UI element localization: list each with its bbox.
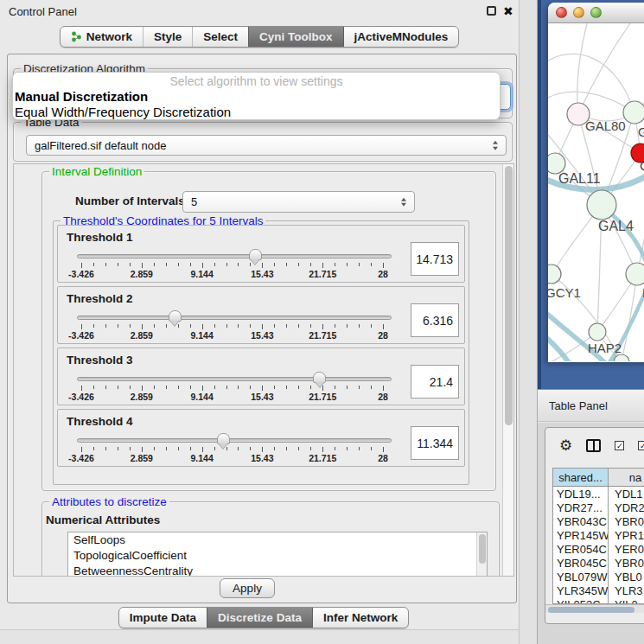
table-row[interactable]: YBR043CYBR0 xyxy=(553,514,644,528)
network-node-gal4[interactable] xyxy=(587,190,616,220)
tab-discretize-data[interactable]: Discretize Data xyxy=(207,608,312,628)
close-traffic-light-icon[interactable] xyxy=(556,7,567,18)
tick-label: 2.859 xyxy=(131,453,153,463)
table-horizontal-scrollbar[interactable] xyxy=(545,604,644,613)
panel-splitter[interactable] xyxy=(519,0,538,644)
apply-button[interactable]: Apply xyxy=(220,578,275,598)
tick-mark xyxy=(154,386,155,389)
slider-scale: -3.4262.8599.14415.4321.71528 xyxy=(81,432,383,463)
numerical-attributes-list[interactable]: SelfLoopsTopologicalCoefficientBetweenne… xyxy=(67,532,488,577)
table-row[interactable]: YPR145WYPR1 xyxy=(553,528,644,542)
node-label-c: C xyxy=(640,158,644,173)
network-icon xyxy=(71,31,82,42)
network-node-h[interactable] xyxy=(626,263,644,285)
slider-thumb[interactable] xyxy=(217,433,230,444)
cell-name: YDR2 xyxy=(609,501,644,514)
cell-shared-name: YER054C xyxy=(553,542,609,556)
tick-mark xyxy=(371,386,372,389)
tab-select[interactable]: Select xyxy=(192,27,248,47)
tick-label: 28 xyxy=(378,330,388,341)
tick-mark xyxy=(274,386,275,389)
checkbox-icon[interactable]: ✓ xyxy=(638,441,644,450)
gear-icon[interactable]: ⚙ xyxy=(559,438,572,453)
table-row[interactable]: YDL19...YDL1 xyxy=(553,487,644,501)
tick-mark xyxy=(250,447,251,450)
network-node-ga[interactable] xyxy=(623,101,644,124)
slider-thumb[interactable] xyxy=(249,249,262,260)
slider-thumb[interactable] xyxy=(313,372,326,383)
threshold-slider[interactable]: -3.4262.8599.14415.4321.71528 xyxy=(75,371,397,402)
threshold-value-field[interactable]: 6.316 xyxy=(411,303,459,337)
number-of-intervals-combobox[interactable]: 5 xyxy=(182,191,415,213)
slider-thumb[interactable] xyxy=(169,310,182,322)
threshold-row-1: Threshold 1-3.4262.8599.14415.4321.71528… xyxy=(57,225,465,283)
bottom-tabs-group: Impute DataDiscretize DataInfer Network xyxy=(118,607,409,628)
tick-mark xyxy=(166,386,167,389)
tick-mark xyxy=(93,263,94,266)
tick-label: -3.426 xyxy=(68,453,94,463)
tab-cyni-toolbox[interactable]: Cyni Toolbox xyxy=(248,27,343,47)
tab-network[interactable]: Network xyxy=(61,27,143,47)
tick-mark xyxy=(298,324,299,328)
table-row[interactable]: YER054CYER0 xyxy=(553,542,644,556)
attributes-scrollbar[interactable] xyxy=(476,532,487,577)
threshold-slider[interactable]: -3.4262.8599.14415.4321.71528 xyxy=(75,309,397,341)
split-columns-icon[interactable] xyxy=(586,439,601,452)
tick-mark xyxy=(130,263,131,266)
list-item-selfloops[interactable]: SelfLoops xyxy=(68,532,487,548)
scrollbar-thumb[interactable] xyxy=(548,607,634,613)
threshold-slider[interactable]: -3.4262.8599.14415.4321.71528 xyxy=(75,432,397,463)
tick-mark xyxy=(190,324,191,328)
attribute-items: SelfLoopsTopologicalCoefficientBetweenne… xyxy=(68,532,487,577)
table-row[interactable]: YBL079WYBL0 xyxy=(553,570,644,583)
tick-label: 2.859 xyxy=(131,392,153,402)
table-data-combobox[interactable]: galFiltered.sif default node xyxy=(26,135,507,156)
tick-mark xyxy=(286,447,287,450)
cell-name: YER0 xyxy=(609,542,644,556)
algorithm-option-manual[interactable]: Manual Discretization xyxy=(13,89,500,105)
tick-label: 9.144 xyxy=(190,392,213,402)
node-attribute-table[interactable]: shared...naYDL19...YDL1YDR27...YDR2YBR04… xyxy=(552,468,644,604)
stepper-arrows-icon xyxy=(493,141,498,150)
tick-label: 21.715 xyxy=(309,269,336,279)
threshold-value-field[interactable]: 11.344 xyxy=(411,426,459,460)
threshold-slider[interactable]: -3.4262.8599.14415.4321.71528 xyxy=(75,248,397,279)
threshold-value-field[interactable]: 21.4 xyxy=(411,365,459,399)
network-canvas[interactable]: GAL80GACGAL11GAL4GCY1HHAP2 xyxy=(548,23,644,361)
table-row[interactable]: YLR345WYLR3 xyxy=(553,583,644,597)
tick-mark xyxy=(262,447,263,452)
column-header-shared[interactable]: shared... xyxy=(553,469,609,486)
checkbox-icon[interactable]: ✓ xyxy=(615,441,624,450)
list-item-topologicalcoefficient[interactable]: TopologicalCoefficient xyxy=(68,548,487,564)
network-window-titlebar[interactable] xyxy=(548,3,644,23)
network-node-hap2[interactable] xyxy=(589,323,606,341)
network-view-window[interactable]: GAL80GACGAL11GAL4GCY1HHAP2 xyxy=(548,3,644,362)
zoom-traffic-light-icon[interactable] xyxy=(590,7,602,18)
tick-mark xyxy=(359,263,360,266)
algorithm-option-equal-width[interactable]: Equal Width/Frequency Discretization xyxy=(13,105,500,120)
tick-mark xyxy=(105,447,106,450)
scrollbar-thumb[interactable] xyxy=(479,534,486,564)
close-icon[interactable]: ✖ xyxy=(503,6,514,17)
tab-impute-data[interactable]: Impute Data xyxy=(119,608,207,628)
tab-jactivemnodules[interactable]: jActiveMNodules xyxy=(343,27,459,47)
threshold-value-field[interactable]: 14.713 xyxy=(411,242,459,276)
cell-shared-name: YBR043C xyxy=(553,514,609,528)
attributes-group-label: Attributes to discretize xyxy=(49,495,169,508)
list-item-betweennesscentrality[interactable]: BetweennessCentrality xyxy=(68,564,487,577)
tab-label: Cyni Toolbox xyxy=(259,30,333,43)
table-row[interactable]: YIL052CYIL0 xyxy=(553,597,644,604)
column-header-name[interactable]: na xyxy=(609,469,644,486)
settings-scrollbar[interactable] xyxy=(502,164,513,576)
minimize-traffic-light-icon[interactable] xyxy=(573,7,584,18)
float-window-icon[interactable] xyxy=(487,6,496,16)
table-row[interactable]: YBR045CYBR0 xyxy=(553,556,644,570)
tick-mark xyxy=(347,386,348,389)
tab-style[interactable]: Style xyxy=(143,27,192,47)
tab-label: Infer Network xyxy=(323,611,398,624)
scrollbar-thumb[interactable] xyxy=(505,166,513,425)
table-row[interactable]: YDR27...YDR2 xyxy=(553,501,644,514)
tab-infer-network[interactable]: Infer Network xyxy=(312,608,408,628)
interval-definition-group: Interval Definition Number of Intervals … xyxy=(41,171,496,491)
tick-mark xyxy=(322,447,323,452)
